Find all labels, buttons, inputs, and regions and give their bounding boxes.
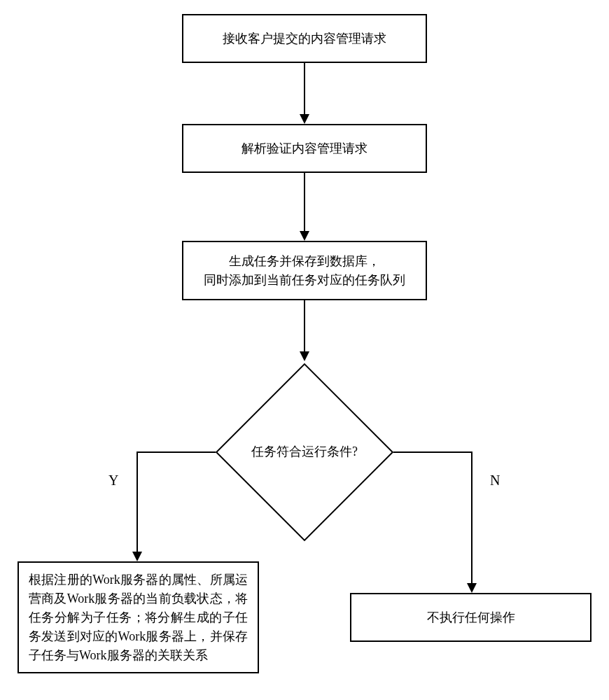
text-n3-wrap: 生成任务并保存到数据库， 同时添加到当前任务对应的任务队列 (204, 252, 405, 290)
edge-d1-n5-v (471, 451, 472, 584)
process-receive-request: 接收客户提交的内容管理请求 (182, 14, 427, 63)
process-parse-validate: 解析验证内容管理请求 (182, 124, 427, 173)
edge-d1-n5-h (393, 451, 472, 453)
label-yes: Y (108, 472, 118, 489)
process-no-operation: 不执行任何操作 (350, 593, 592, 642)
label-no: N (490, 472, 500, 489)
text-d1-wrap: 任务符合运行条件? (217, 427, 392, 476)
arrow-head-1 (300, 114, 309, 124)
edge-n1-n2 (304, 63, 305, 115)
text-n3-line1: 生成任务并保存到数据库， (204, 252, 405, 271)
arrow-head-2 (300, 231, 309, 241)
arrow-head-y (132, 552, 142, 561)
text-n1: 接收客户提交的内容管理请求 (223, 29, 386, 48)
edge-d1-n4-v (136, 451, 138, 553)
text-n4: 根据注册的Work服务器的属性、所属运营商及Work服务器的当前负载状态，将任务… (29, 570, 248, 665)
process-generate-task: 生成任务并保存到数据库， 同时添加到当前任务对应的任务队列 (182, 241, 427, 300)
text-n2: 解析验证内容管理请求 (241, 139, 368, 158)
arrow-head-n (467, 583, 477, 593)
text-n5: 不执行任何操作 (427, 608, 515, 627)
edge-n3-d1 (304, 300, 305, 353)
process-decompose-task: 根据注册的Work服务器的属性、所属运营商及Work服务器的当前负载状态，将任务… (18, 561, 259, 673)
arrow-head-3 (300, 351, 309, 361)
text-n3-line2: 同时添加到当前任务对应的任务队列 (204, 271, 405, 290)
text-d1: 任务符合运行条件? (251, 443, 358, 460)
edge-d1-n4-h (136, 451, 216, 453)
edge-n2-n3 (304, 173, 305, 232)
